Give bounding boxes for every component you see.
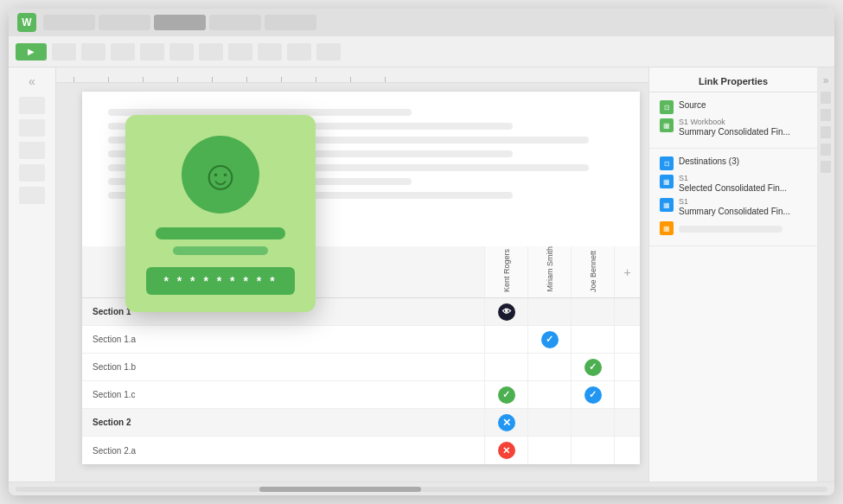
destinations-section: ⊡ Destinations (3) ▦ S1 Selected Consoli… [649, 149, 817, 246]
section2a-label: Section 2.a [82, 446, 484, 456]
source-label-text: Source [679, 99, 706, 111]
source-workbook-value: Summary Consolidated Fin... [679, 126, 790, 137]
toolbar-btn-6[interactable] [199, 43, 223, 61]
cell-s1a-miriam[interactable]: ✓ [527, 326, 571, 353]
source-workbook-item[interactable]: ▦ S1 Workbook Summary Consolidated Fin..… [660, 118, 807, 137]
cell-s2a-kent[interactable]: ✕ [484, 437, 527, 464]
profile-avatar: ☺ [182, 136, 259, 214]
right-mini-sidebar: » [817, 67, 834, 482]
eye-icon: 👁 [498, 303, 515, 321]
profile-password: * * * * * * * * * [146, 267, 294, 295]
profile-name-bar [156, 227, 285, 239]
title-tab-4[interactable] [209, 15, 261, 30]
profile-card: ☺ * * * * * * * * * [125, 115, 316, 312]
sidebar-block-2 [19, 119, 45, 137]
cell-s1c-kent[interactable]: ✓ [484, 381, 527, 408]
cell-s1c-joe[interactable]: ✓ [571, 381, 614, 408]
video-button[interactable]: ▶ [16, 43, 47, 61]
dest3-icon: ▦ [660, 221, 674, 235]
toolbar-btn-10[interactable] [316, 43, 341, 61]
section1c-label: Section 1.c [82, 390, 484, 399]
cell-s2-add [614, 409, 640, 436]
title-tab-5[interactable] [265, 15, 316, 30]
toolbar-btn-7[interactable] [228, 43, 252, 61]
right-panel: Link Properties ⊡ Source ▦ S1 Workbook S… [648, 67, 817, 482]
ruler [56, 67, 648, 83]
cell-s1a-kent [484, 326, 527, 353]
cell-s1b-miriam [527, 354, 571, 380]
content-area: « [9, 67, 834, 482]
cell-s1-kent[interactable]: 👁 [484, 298, 527, 325]
toolbar-btn-5[interactable] [169, 43, 194, 61]
toolbar-btn-2[interactable] [81, 43, 105, 61]
mini-block-4 [821, 144, 831, 156]
cell-s1b-joe[interactable]: ✓ [571, 354, 614, 380]
title-tab-1[interactable] [43, 15, 95, 30]
source-header-item: ⊡ Source [660, 99, 807, 114]
destination-2-item[interactable]: ▦ S1 Summary Consolidated Fin... [660, 197, 807, 217]
sidebar-block-4 [19, 164, 45, 182]
toolbar-btn-4[interactable] [140, 43, 164, 61]
col-header-kent-label: Kent Rogers [502, 249, 511, 292]
col-header-kent: Kent Rogers [484, 246, 527, 297]
dest1-info: S1 Selected Consolidated Fin... [679, 174, 787, 194]
toolbar-btn-8[interactable] [258, 43, 282, 61]
cell-s1-miriam [527, 298, 571, 325]
dest2-value: Summary Consolidated Fin... [679, 206, 790, 217]
table-row-section1b: Section 1.b ✓ [82, 354, 640, 381]
cell-s1-add [614, 298, 640, 325]
workbook-icon: ▦ [660, 118, 674, 132]
dest1-icon: ▦ [660, 175, 674, 188]
title-tab-3[interactable] [154, 15, 206, 30]
cell-s2a-miriam [527, 437, 571, 464]
red-x-icon: ✕ [498, 442, 515, 459]
document-area: Kent Rogers Miriam Smith Joe Bennett + S… [56, 67, 648, 482]
source-section: ⊡ Source ▦ S1 Workbook Summary Consolida… [649, 93, 817, 149]
dest1-value: Selected Consolidated Fin... [679, 182, 787, 194]
mini-block-1 [821, 92, 831, 104]
left-sidebar: « [9, 67, 56, 482]
green-check-icon-2: ✓ [498, 386, 515, 404]
dest3-info [679, 220, 782, 233]
sidebar-block-3 [19, 142, 45, 159]
collapse-left-button[interactable]: « [29, 74, 35, 88]
toolbar-btn-3[interactable] [111, 43, 135, 61]
cell-s1-joe [571, 298, 614, 325]
cell-s2a-add [614, 437, 640, 464]
cell-s1b-add [614, 354, 640, 380]
bottom-bar [9, 482, 834, 495]
source-icon: ⊡ [660, 100, 674, 114]
user-icon: ☺ [199, 151, 241, 199]
cell-s2a-joe [571, 437, 614, 464]
col-header-joe-label: Joe Bennett [589, 251, 597, 292]
toolbar-btn-9[interactable] [287, 43, 311, 61]
source-workbook-label: S1 Workbook [679, 118, 790, 126]
blue-check-icon: ✓ [541, 331, 559, 348]
scrollbar-thumb[interactable] [259, 487, 422, 492]
table-row-section2: Section 2 ✕ [82, 409, 640, 437]
right-panel-title: Link Properties [649, 67, 817, 93]
cell-s2-joe [571, 409, 614, 436]
toolbar-btn-1[interactable] [52, 43, 76, 61]
dest2-icon: ▦ [660, 198, 674, 212]
cell-s1c-miriam [527, 381, 571, 408]
table-row-section1c: Section 1.c ✓ ✓ [82, 381, 640, 409]
section1b-label: Section 1.b [82, 362, 484, 372]
title-bar: W [9, 9, 834, 36]
profile-role-bar [173, 246, 268, 255]
section1a-label: Section 1.a [82, 335, 484, 344]
video-icon: ▶ [28, 47, 35, 56]
cell-s1a-joe [571, 326, 614, 353]
main-window: W ▶ « [9, 9, 834, 495]
col-header-miriam-label: Miriam Smith [546, 246, 554, 292]
cell-s1b-kent [484, 354, 527, 380]
mini-block-2 [821, 109, 831, 121]
destination-1-item[interactable]: ▦ S1 Selected Consolidated Fin... [660, 174, 807, 194]
destination-3-item[interactable]: ▦ [660, 220, 807, 235]
add-column-button[interactable]: + [614, 246, 640, 297]
mini-block-3 [821, 126, 831, 138]
horizontal-scrollbar[interactable] [16, 487, 827, 492]
collapse-right-button[interactable]: » [823, 74, 829, 86]
cell-s2-kent[interactable]: ✕ [484, 409, 527, 436]
title-tab-2[interactable] [99, 15, 150, 30]
